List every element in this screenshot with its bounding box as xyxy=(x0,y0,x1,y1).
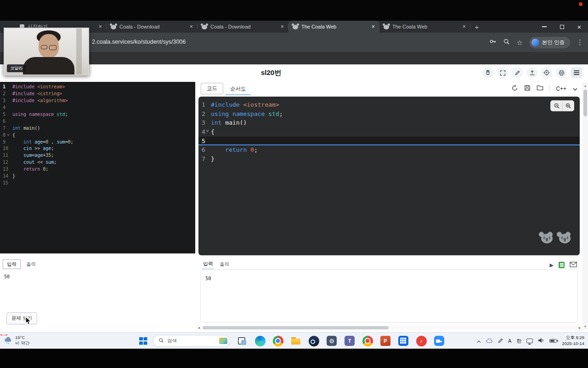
code-line-6[interactable]: 6 return 0; xyxy=(198,145,580,155)
tab-close-icon[interactable]: × xyxy=(280,23,284,30)
code-line-5[interactable]: 5 xyxy=(198,137,580,146)
display-icon[interactable] xyxy=(526,339,533,343)
run-button[interactable]: ▶ xyxy=(550,263,554,268)
output-tab[interactable]: 출력 xyxy=(26,261,36,268)
scroll-left-icon[interactable]: ◂ xyxy=(196,325,202,330)
weather-widget[interactable]: 9+ 19°C 비 약간 xyxy=(4,335,29,346)
search-highlight-icon[interactable] xyxy=(219,338,227,344)
tab-flowchart[interactable]: 순서도 xyxy=(226,83,251,95)
file-explorer-icon[interactable] xyxy=(290,335,302,347)
code-line-11[interactable]: 11 sum=age+35; xyxy=(0,152,195,159)
code-line-2[interactable]: 2#include <cstring> xyxy=(0,91,195,98)
teams-icon[interactable]: T xyxy=(344,335,356,347)
koala-icon[interactable] xyxy=(559,234,571,243)
code-line-3[interactable]: 3#include <algorithm> xyxy=(0,98,195,104)
code-line-3[interactable]: 3int main() xyxy=(198,118,580,127)
powerpoint-icon[interactable]: P xyxy=(379,335,391,347)
refresh-icon[interactable] xyxy=(511,85,518,93)
horizontal-scrollbar[interactable]: ◂ ▸ xyxy=(196,325,582,330)
bookmark-star-icon[interactable]: ☆ xyxy=(516,39,522,46)
code-line-13[interactable]: 13 return 0; xyxy=(0,166,195,173)
language-selector[interactable]: C++ xyxy=(556,86,566,92)
tray-expand-icon[interactable] xyxy=(477,337,481,345)
settings-icon[interactable]: ⚙ xyxy=(326,335,338,347)
code-line-8[interactable]: 8v{ xyxy=(0,132,195,139)
fold-icon[interactable]: v xyxy=(7,132,10,138)
code-line-15[interactable]: 15 xyxy=(0,180,195,187)
mail-icon[interactable] xyxy=(570,261,577,269)
input-area[interactable]: 50 xyxy=(200,269,578,322)
menu-button[interactable] xyxy=(571,67,582,78)
input-value[interactable]: 50 xyxy=(0,269,195,279)
scrollbar-thumb[interactable] xyxy=(203,326,389,329)
task-view-icon[interactable] xyxy=(236,335,248,347)
code-line-7[interactable]: 7int main() xyxy=(0,125,195,132)
url-text[interactable]: 2.coala.services/ko/student/sys/3006 xyxy=(92,39,186,45)
zoom-icon[interactable] xyxy=(503,38,510,47)
code-line-6[interactable]: 6 xyxy=(0,118,195,125)
start-button[interactable] xyxy=(139,337,147,345)
pen-input-icon[interactable] xyxy=(498,337,503,345)
scroll-up-icon[interactable]: ▴ xyxy=(582,84,588,88)
code-line-2[interactable]: 2using namespace std; xyxy=(198,109,580,119)
new-tab-button[interactable]: + xyxy=(470,21,483,33)
volume-icon[interactable] xyxy=(538,337,544,345)
pen-button[interactable] xyxy=(512,67,523,78)
code-line-12[interactable]: 12 cout << sum; xyxy=(0,159,195,166)
file-export-icon[interactable] xyxy=(559,262,565,268)
tab-close-icon[interactable]: × xyxy=(462,23,466,30)
input-value[interactable]: 50 xyxy=(201,270,577,281)
scroll-right-icon[interactable]: ▸ xyxy=(577,325,582,330)
zoom-in-button[interactable] xyxy=(562,101,574,111)
scrollbar-thumb[interactable] xyxy=(583,90,587,116)
code-line-4[interactable]: 4v{ xyxy=(198,127,580,137)
code-line-4[interactable]: 4 xyxy=(0,104,195,111)
ime-latin-indicator[interactable]: A xyxy=(508,338,511,344)
ime-korean-indicator[interactable]: 한 xyxy=(516,338,521,345)
fullscreen-button[interactable] xyxy=(497,67,508,78)
battery-icon[interactable] xyxy=(549,339,557,343)
input-tab[interactable]: 입력 xyxy=(3,259,21,269)
browser-tab[interactable]: Coala - Download× xyxy=(107,21,198,33)
steam-icon[interactable] xyxy=(308,335,320,347)
password-key-icon[interactable] xyxy=(489,38,497,47)
code-line-7[interactable]: 7} xyxy=(198,155,580,164)
browser-tab[interactable]: The Coala Web× xyxy=(288,21,379,33)
browser-tab[interactable]: Coala - Download× xyxy=(198,21,288,33)
fold-icon[interactable]: v xyxy=(206,126,209,136)
zoom-icon[interactable] xyxy=(433,335,445,347)
identity-button[interactable]: 본인 인증 xyxy=(529,37,570,48)
onedrive-cloud-icon[interactable] xyxy=(486,337,493,345)
hand-tool-button[interactable] xyxy=(482,67,493,78)
edge-icon[interactable] xyxy=(254,335,266,347)
code-line-1[interactable]: 1#include <iostream> xyxy=(0,84,195,91)
scroll-down-icon[interactable]: ▾ xyxy=(582,325,588,328)
tab-code[interactable]: 코드 xyxy=(201,83,223,94)
tab-close-icon[interactable]: × xyxy=(98,23,102,30)
code-line-10[interactable]: 10 cin >> age; xyxy=(0,145,195,152)
code-editor-main[interactable]: 1#include <iostream>2using namespace std… xyxy=(198,97,580,255)
music-icon[interactable]: ♪ xyxy=(415,335,427,347)
save-icon[interactable] xyxy=(524,85,531,93)
search-box[interactable]: 검색 xyxy=(153,335,230,347)
folder-icon[interactable] xyxy=(537,85,543,93)
taskbar-clock[interactable]: 오후 8:29 2025-10-14 xyxy=(562,335,584,347)
chrome-2-icon[interactable] xyxy=(362,335,373,347)
browser-tab[interactable]: The Coala Web× xyxy=(379,21,470,33)
chrome-icon[interactable] xyxy=(272,335,284,347)
calculator-icon[interactable] xyxy=(397,335,409,347)
browser-menu-icon[interactable]: ⋮ xyxy=(577,38,583,46)
target-button[interactable] xyxy=(541,67,552,78)
code-line-1[interactable]: 1#include <iostream> xyxy=(198,100,580,109)
chevron-down-icon[interactable] xyxy=(572,85,578,93)
maximize-button[interactable] xyxy=(553,21,571,33)
view-problem-button[interactable]: 문제 보기 xyxy=(6,312,37,324)
close-button[interactable]: × xyxy=(571,21,588,33)
input-tab[interactable]: 입력 xyxy=(202,259,214,270)
tab-close-icon[interactable]: × xyxy=(189,23,193,30)
code-line-5[interactable]: 5using namespace std; xyxy=(0,111,195,118)
upload-button[interactable] xyxy=(526,67,537,78)
code-line-14[interactable]: 14} xyxy=(0,173,195,180)
minimize-button[interactable] xyxy=(536,21,553,33)
tab-close-icon[interactable]: × xyxy=(371,23,375,30)
